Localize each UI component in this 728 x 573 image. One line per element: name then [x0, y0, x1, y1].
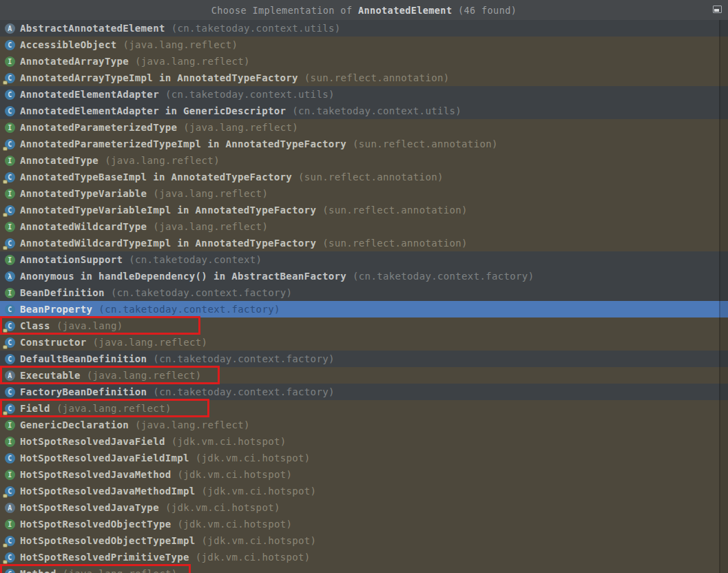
- class-name: DefaultBeanDefinition: [20, 353, 147, 364]
- lock-icon: [3, 246, 8, 250]
- class-name: AnnotatedWildcardType: [20, 221, 147, 232]
- list-item[interactable]: IBeanDefinition(cn.taketoday.context.fac…: [0, 284, 728, 301]
- class-name: AnnotatedElementAdapter in GenericDescri…: [20, 105, 286, 116]
- package-name: (jdk.vm.ci.hotspot): [196, 552, 311, 563]
- list-item[interactable]: CHotSpotResolvedJavaFieldImpl(jdk.vm.ci.…: [0, 450, 728, 466]
- list-item[interactable]: CDefaultBeanDefinition(cn.taketoday.cont…: [0, 351, 728, 367]
- package-name: (sun.reflect.annotation): [304, 72, 450, 83]
- package-name: (cn.taketoday.context.factory): [353, 271, 534, 282]
- list-item[interactable]: IGenericDeclaration(java.lang.reflect): [0, 417, 728, 433]
- interface-icon: I: [5, 189, 15, 199]
- class-name: AbstractAnnotatedElement: [20, 23, 165, 34]
- popup-title-count: (46 found): [452, 5, 517, 16]
- class-name: Constructor: [20, 337, 87, 348]
- list-item[interactable]: CAnnotatedArrayTypeImpl in AnnotatedType…: [0, 70, 728, 86]
- class-name: Class: [20, 320, 50, 331]
- class-icon: C: [5, 354, 15, 364]
- list-item[interactable]: CConstructor(java.lang.reflect): [0, 334, 728, 351]
- class-icon: C: [5, 552, 15, 563]
- package-name: (cn.taketoday.context.factory): [153, 386, 334, 397]
- class-name: HotSpotResolvedPrimitiveType: [20, 552, 189, 563]
- package-name: (java.lang.reflect): [153, 188, 268, 199]
- list-item[interactable]: CField(java.lang.reflect): [0, 400, 728, 417]
- interface-icon: I: [5, 123, 15, 133]
- class-name: HotSpotResolvedJavaMethodImpl: [20, 486, 196, 497]
- package-name: (sun.reflect.annotation): [353, 138, 498, 149]
- list-item[interactable]: CBeanProperty(cn.taketoday.context.facto…: [0, 301, 728, 317]
- abstract-class-icon: A: [5, 503, 15, 513]
- interface-icon: I: [5, 437, 15, 447]
- list-item[interactable]: AAbstractAnnotatedElement(cn.taketoday.c…: [0, 20, 728, 37]
- lock-icon: [3, 213, 8, 217]
- class-name: HotSpotResolvedObjectTypeImpl: [20, 535, 196, 546]
- class-name: AnnotatedType: [20, 155, 98, 166]
- class-icon: C: [5, 172, 15, 183]
- package-name: (cn.taketoday.context.utils): [292, 105, 461, 116]
- class-icon: C: [5, 205, 15, 216]
- package-name: (java.lang): [56, 320, 123, 331]
- list-item[interactable]: IAnnotationSupport(cn.taketoday.context): [0, 251, 728, 268]
- list-item[interactable]: IAnnotatedArrayType(java.lang.reflect): [0, 53, 728, 70]
- class-icon: C: [5, 404, 15, 414]
- lock-icon: [3, 543, 8, 548]
- list-item[interactable]: IAnnotatedParameterizedType(java.lang.re…: [0, 119, 728, 136]
- list-item[interactable]: CAnnotatedWildcardTypeImpl in AnnotatedT…: [0, 235, 728, 251]
- anonymous-class-icon: λ: [5, 271, 15, 282]
- list-item[interactable]: CHotSpotResolvedPrimitiveType(jdk.vm.ci.…: [0, 549, 728, 565]
- package-name: (java.lang.reflect): [123, 39, 238, 50]
- package-name: (jdk.vm.ci.hotspot): [177, 469, 292, 480]
- package-name: (cn.taketoday.context.utils): [165, 89, 335, 100]
- popup-title-target: AnnotatedElement: [358, 5, 452, 16]
- class-name: BeanProperty: [20, 304, 92, 315]
- package-name: (jdk.vm.ci.hotspot): [177, 519, 292, 530]
- class-name: AnnotatedParameterizedType: [20, 122, 177, 133]
- abstract-class-icon: A: [5, 23, 15, 34]
- class-name: Executable: [20, 370, 81, 381]
- class-icon: C: [5, 90, 15, 100]
- list-item[interactable]: CFactoryBeanDefinition(cn.taketoday.cont…: [0, 384, 728, 400]
- lock-icon: [3, 147, 8, 151]
- list-item[interactable]: IAnnotatedTypeVariable(java.lang.reflect…: [0, 185, 728, 202]
- list-item[interactable]: IAnnotatedWildcardType(java.lang.reflect…: [0, 218, 728, 235]
- list-item[interactable]: CAnnotatedParameterizedTypeImpl in Annot…: [0, 136, 728, 152]
- list-item[interactable]: IHotSpotResolvedJavaField(jdk.vm.ci.hots…: [0, 433, 728, 450]
- lock-icon: [3, 560, 8, 564]
- list-item[interactable]: IHotSpotResolvedObjectType(jdk.vm.ci.hot…: [0, 516, 728, 532]
- list-item[interactable]: λAnonymous in handleDependency() in Abst…: [0, 268, 728, 284]
- list-item[interactable]: CHotSpotResolvedObjectTypeImpl(jdk.vm.ci…: [0, 532, 728, 549]
- lock-icon: [3, 329, 8, 333]
- package-name: (sun.reflect.annotation): [322, 205, 468, 216]
- class-name: HotSpotResolvedJavaType: [20, 502, 159, 513]
- class-icon: C: [5, 453, 15, 463]
- list-item[interactable]: CAnnotatedTypeBaseImpl in AnnotatedTypeF…: [0, 169, 728, 185]
- package-name: (java.lang.reflect): [56, 403, 171, 414]
- lock-icon: [3, 494, 8, 498]
- class-icon: C: [5, 321, 15, 331]
- list-item[interactable]: AHotSpotResolvedJavaType(jdk.vm.ci.hotsp…: [0, 499, 728, 516]
- class-icon: C: [5, 387, 15, 397]
- class-name: Anonymous in handleDependency() in Abstr…: [20, 271, 346, 282]
- list-item[interactable]: CClass(java.lang): [0, 317, 728, 334]
- interface-icon: I: [5, 255, 15, 265]
- list-item[interactable]: AExecutable(java.lang.reflect): [0, 367, 728, 384]
- class-name: HotSpotResolvedJavaFieldImpl: [20, 452, 189, 463]
- scrollbar[interactable]: [719, 20, 728, 573]
- list-item[interactable]: CMethod(java.lang.reflect): [0, 565, 728, 573]
- class-name: BeanDefinition: [20, 287, 105, 298]
- package-name: (java.lang.reflect): [135, 56, 250, 67]
- package-name: (jdk.vm.ci.hotspot): [202, 486, 317, 497]
- package-name: (cn.taketoday.context.factory): [111, 287, 292, 298]
- list-item[interactable]: CAnnotatedTypeVariableImpl in AnnotatedT…: [0, 202, 728, 218]
- popup-title-bar: Choose Implementation of AnnotatedElemen…: [0, 0, 728, 20]
- interface-icon: I: [5, 56, 15, 67]
- list-item[interactable]: CAnnotatedElementAdapter(cn.taketoday.co…: [0, 86, 728, 103]
- list-item[interactable]: IHotSpotResolvedJavaMethod(jdk.vm.ci.hot…: [0, 466, 728, 483]
- class-name: HotSpotResolvedJavaField: [20, 436, 165, 447]
- list-item[interactable]: CAccessibleObject(java.lang.reflect): [0, 37, 728, 53]
- class-icon: C: [5, 304, 15, 315]
- list-item[interactable]: CHotSpotResolvedJavaMethodImpl(jdk.vm.ci…: [0, 483, 728, 499]
- list-item[interactable]: IAnnotatedType(java.lang.reflect): [0, 152, 728, 169]
- open-as-tool-window-icon[interactable]: [713, 6, 722, 13]
- package-name: (java.lang.reflect): [153, 221, 268, 232]
- list-item[interactable]: CAnnotatedElementAdapter in GenericDescr…: [0, 103, 728, 119]
